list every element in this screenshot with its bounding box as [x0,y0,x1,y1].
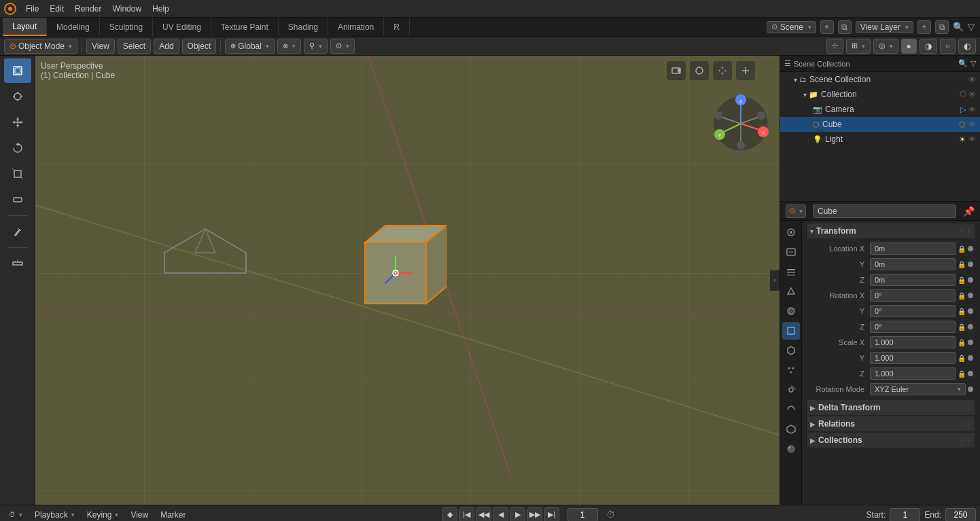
view-plus-btn[interactable] [736,61,755,80]
menu-window[interactable]: Window [107,0,147,18]
tab-viewlayer-icon[interactable] [782,263,800,281]
outliner-filter-icon[interactable]: ▽ [970,59,976,68]
tab-r[interactable]: R [384,18,410,36]
select-menu[interactable]: Select [118,39,151,54]
viewport-collapse-arrow[interactable]: ‹ [770,270,780,291]
tool-rotate[interactable] [4,136,31,160]
keying-menu[interactable]: Keying ▾ [82,509,124,521]
viewport-overlays[interactable]: ⊞ ▾ [846,39,871,54]
relations-header[interactable]: ▶ Relations ⋮⋮ [807,416,975,431]
new-view-layer-button[interactable]: + [917,20,931,34]
rotation-y-lock-icon[interactable]: 🔒 [958,308,966,315]
scene-collection-eye[interactable]: 👁 [968,75,976,84]
tool-annotate[interactable] [4,219,31,244]
tab-material-icon[interactable] [782,440,800,458]
transform-options-icon[interactable]: ⋮⋮ [958,228,972,235]
rotation-x-keyframe-dot[interactable] [968,293,973,298]
blender-logo-icon[interactable] [0,0,20,18]
shading-material[interactable]: ◑ [920,39,937,54]
playback-menu[interactable]: Playback ▾ [30,509,80,521]
delta-transform-header[interactable]: ▶ Delta Transform ⋮⋮ [807,400,975,415]
outliner-item-light[interactable]: 💡 Light ☀ 👁 [780,132,980,147]
rotation-y-field[interactable]: 0° [870,305,956,317]
view-layer-selector[interactable]: View Layer ▾ [856,21,913,33]
location-y-lock-icon[interactable]: 🔒 [958,261,966,268]
collection-eye[interactable]: 👁 [968,90,976,98]
shading-rendered[interactable]: ○ [940,39,956,54]
outliner-item-camera[interactable]: 📷 Camera ▷ 👁 [780,102,980,117]
menu-render[interactable]: Render [69,0,107,18]
location-z-lock-icon[interactable]: 🔒 [958,276,966,284]
collection-restrict-icon[interactable] [959,90,967,100]
tool-transform[interactable] [4,187,31,212]
tool-measure[interactable] [4,251,31,276]
current-frame-display[interactable]: 1 [567,508,598,522]
shading-eevee[interactable]: ◐ [958,39,976,54]
timeline-mode-btn[interactable]: ⏱ ▾ [4,509,27,520]
delta-options-icon[interactable]: ⋮⋮ [958,404,972,412]
marker-menu[interactable]: Marker [156,509,190,521]
collections-options-icon[interactable]: ⋮⋮ [958,437,972,444]
scene-selector[interactable]: ⊙ Scene ▾ [767,21,816,33]
xray-toggle[interactable]: ◎ ▾ [873,39,898,54]
location-x-field[interactable]: 0m [870,242,956,255]
outliner-item-cube[interactable]: ⬡ Cube ⬡ 👁 [780,117,980,132]
camera-object[interactable] [144,226,266,293]
render-preview-btn[interactable] [690,61,709,80]
relations-options-icon[interactable]: ⋮⋮ [958,420,972,428]
tool-select[interactable] [4,58,31,83]
tab-world-icon[interactable] [782,302,800,320]
tab-output-icon[interactable] [782,243,800,261]
object-menu[interactable]: Object [182,39,217,54]
scale-y-keyframe-dot[interactable] [968,355,973,361]
scale-x-keyframe-dot[interactable] [968,340,973,345]
rotation-x-field[interactable]: 0° [870,289,956,302]
rotation-mode-select[interactable]: XYZ Euler ▾ [870,383,966,395]
location-y-keyframe-dot[interactable] [968,262,973,267]
props-dropdown[interactable]: ⊙ ▾ [786,204,806,218]
tab-texture-paint[interactable]: Texture Paint [211,18,279,36]
pin-icon[interactable]: 📌 [963,206,975,217]
jump-to-start-btn[interactable]: |◀ [459,507,474,522]
start-frame-field[interactable]: 1 [890,508,920,522]
scale-y-field[interactable]: 1.000 [870,352,956,364]
add-menu[interactable]: Add [154,39,179,54]
tool-scale[interactable] [4,162,31,186]
proportional-editing[interactable]: ⊙ ▾ [330,39,355,54]
view-menu-timeline[interactable]: View [126,509,153,521]
tool-cursor[interactable] [4,84,31,109]
scale-z-lock-icon[interactable]: 🔒 [958,370,966,378]
play-reverse-btn[interactable]: ◀ [493,507,508,522]
copy-view-layer-button[interactable]: ⧉ [935,20,949,34]
jump-prev-keyframe-btn[interactable]: ◀◀ [476,507,491,522]
location-x-lock-icon[interactable]: 🔒 [958,245,966,253]
outliner-item-collection[interactable]: ▾ 📁 Collection 👁 [780,87,980,102]
tool-move[interactable] [4,110,31,134]
location-z-keyframe-dot[interactable] [968,277,973,283]
rotation-x-lock-icon[interactable]: 🔒 [958,292,966,300]
rotation-y-keyframe-dot[interactable] [968,308,973,314]
menu-edit[interactable]: Edit [44,0,69,18]
cube-object[interactable] [355,219,443,317]
scale-z-keyframe-dot[interactable] [968,371,973,376]
tab-animation[interactable]: Animation [328,18,384,36]
camera-eye[interactable]: 👁 [968,105,976,113]
copy-scene-button[interactable]: ⧉ [838,20,852,34]
light-eye[interactable]: 👁 [968,135,976,143]
navigation-gizmo[interactable]: Z X Y [710,93,771,154]
scale-x-lock-icon[interactable]: 🔒 [958,339,966,346]
new-scene-button[interactable]: + [820,20,834,34]
props-object-name-field[interactable]: Cube [813,204,956,218]
outliner-search-icon[interactable]: 🔍 [958,59,968,68]
filter-icon[interactable]: ▽ [968,22,975,32]
outliner-item-scene-collection[interactable]: ▾ 🗂 Scene Collection 👁 [780,72,980,87]
jump-next-keyframe-btn[interactable]: ▶▶ [527,507,542,522]
viewport-gizmos[interactable]: ⊹ [826,39,843,54]
tab-shading[interactable]: Shading [279,18,328,36]
shading-solid[interactable]: ● [901,39,917,54]
snapping[interactable]: ⚲ ▾ [304,39,328,54]
tab-sculpting[interactable]: Sculpting [100,18,153,36]
pivot-point[interactable]: ⊗ ▾ [277,39,301,54]
view-pan-btn[interactable] [713,61,732,80]
rotation-z-lock-icon[interactable]: 🔒 [958,323,966,331]
